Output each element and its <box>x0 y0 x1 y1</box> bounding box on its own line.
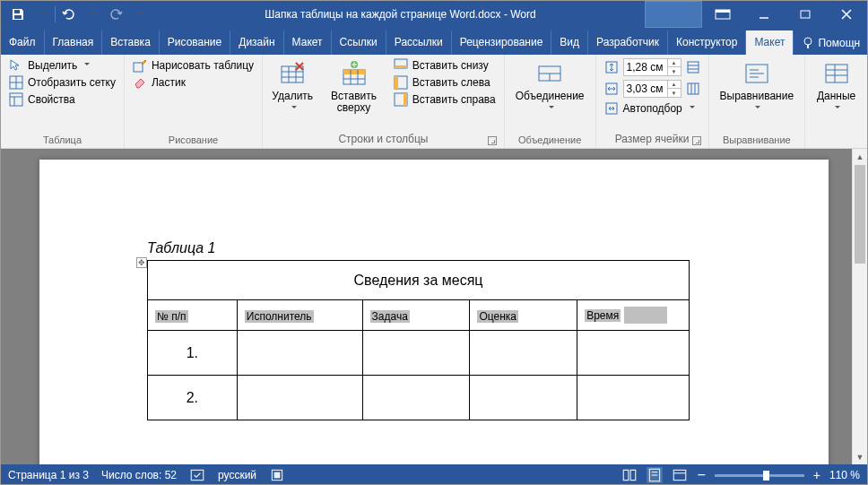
properties-button[interactable]: Свойства <box>6 91 118 108</box>
group-table-label: Таблица <box>6 133 118 148</box>
svg-rect-33 <box>404 93 407 106</box>
table-cell[interactable] <box>362 376 470 420</box>
col-header-3[interactable]: Оценка <box>477 310 518 323</box>
col-header-2[interactable]: Задача <box>370 310 410 323</box>
insert-right-button[interactable]: Вставить справа <box>391 91 499 108</box>
svg-rect-16 <box>134 63 143 72</box>
col-header-1[interactable]: Исполнитель <box>245 310 314 323</box>
tab-layout[interactable]: Макет <box>284 30 332 55</box>
scroll-down-arrow[interactable]: ▼ <box>853 449 867 464</box>
table-cell[interactable] <box>362 331 470 376</box>
row-2-num[interactable]: 2. <box>148 376 238 420</box>
word-count[interactable]: Число слов: 52 <box>101 469 177 481</box>
tab-view[interactable]: Вид <box>551 30 588 55</box>
view-gridlines-button[interactable]: Отобразить сетку <box>6 74 118 91</box>
col-header-4[interactable]: Время <box>585 309 621 322</box>
document-area[interactable]: Таблица 1 ✥ Сведения за месяц № п/п Испо… <box>1 149 867 464</box>
statusbar: Страница 1 из 3 Число слов: 52 русский −… <box>1 464 867 485</box>
zoom-slider[interactable] <box>715 474 804 477</box>
insert-above-button[interactable]: Вставить сверху <box>317 57 391 116</box>
document-title: Шапка таблицы на каждой странице Word.do… <box>156 8 645 21</box>
table-cell[interactable] <box>577 376 690 420</box>
page-number[interactable]: Страница 1 из 3 <box>8 469 89 481</box>
account-button[interactable] <box>645 1 702 28</box>
svg-rect-29 <box>395 65 407 68</box>
zoom-level[interactable]: 110 % <box>829 469 860 481</box>
ribbon-options-button[interactable] <box>702 1 743 28</box>
tab-review[interactable]: Рецензирование <box>452 30 552 55</box>
group-cell-size: ▲▼ ▲▼ Автоподбор Размер ячейки <box>596 55 709 148</box>
width-input[interactable]: ▲▼ <box>623 80 681 98</box>
draw-table-button[interactable]: Нарисовать таблицу <box>130 57 256 74</box>
tab-home[interactable]: Главная <box>45 30 103 55</box>
tell-me[interactable]: Помощн <box>794 31 868 55</box>
tab-references[interactable]: Ссылки <box>332 30 386 55</box>
col-header-0[interactable]: № п/п <box>155 310 188 323</box>
scroll-thumb[interactable] <box>855 165 865 264</box>
tab-mailings[interactable]: Рассылки <box>386 30 452 55</box>
undo-dropdown[interactable] <box>81 3 104 26</box>
distribute-cols-button[interactable] <box>686 82 700 96</box>
zoom-out-button[interactable]: − <box>697 471 705 480</box>
read-mode-button[interactable] <box>621 467 638 483</box>
tab-file[interactable]: Файл <box>1 30 45 55</box>
data-button[interactable]: Данные <box>811 57 862 116</box>
delete-button[interactable]: Удалить <box>268 57 317 116</box>
svg-rect-3 <box>716 10 730 13</box>
tab-developer[interactable]: Разработчик <box>588 30 668 55</box>
svg-rect-31 <box>395 76 398 89</box>
print-layout-button[interactable] <box>647 467 663 483</box>
table-move-handle[interactable]: ✥ <box>136 257 147 268</box>
rows-cols-dialog-launcher[interactable] <box>488 136 497 145</box>
table-cell[interactable] <box>470 331 577 376</box>
autofit-button[interactable]: Автоподбор <box>602 100 703 117</box>
save-dropdown[interactable] <box>30 3 53 26</box>
scroll-up-arrow[interactable]: ▲ <box>853 149 867 164</box>
table-caption[interactable]: Таблица 1 <box>147 240 721 256</box>
web-layout-button[interactable] <box>672 467 688 483</box>
close-button[interactable] <box>826 1 867 28</box>
qat-customize[interactable] <box>127 3 151 26</box>
redo-button[interactable] <box>104 3 127 26</box>
table-cell[interactable] <box>577 331 690 376</box>
group-data-label <box>811 143 862 148</box>
document-table[interactable]: Сведения за месяц № п/п Исполнитель Зада… <box>147 260 690 420</box>
minimize-button[interactable] <box>743 1 785 28</box>
svg-rect-50 <box>826 65 847 82</box>
table-cell[interactable] <box>237 331 362 376</box>
zoom-in-button[interactable]: + <box>813 468 820 482</box>
save-button[interactable] <box>6 3 30 26</box>
svg-rect-0 <box>14 10 20 13</box>
vertical-scrollbar[interactable]: ▲ ▼ <box>852 149 867 464</box>
macro-icon[interactable] <box>269 467 285 483</box>
merge-button[interactable]: Объединение <box>510 57 590 116</box>
tab-draw[interactable]: Рисование <box>160 30 230 55</box>
tab-insert[interactable]: Вставка <box>102 30 160 55</box>
undo-button[interactable] <box>57 3 81 26</box>
insert-below-button[interactable]: Вставить снизу <box>391 57 499 74</box>
spellcheck-icon[interactable] <box>189 467 205 483</box>
svg-rect-42 <box>688 83 699 94</box>
group-merge-label: Объединение <box>510 133 590 148</box>
ribbon-tabs: Файл Главная Вставка Рисование Дизайн Ма… <box>1 28 867 55</box>
language[interactable]: русский <box>218 469 256 481</box>
distribute-rows-button[interactable] <box>686 60 700 74</box>
eraser-button[interactable]: Ластик <box>130 74 256 91</box>
group-alignment-label: Выравнивание <box>715 133 800 148</box>
page: Таблица 1 ✥ Сведения за месяц № п/п Испо… <box>39 160 829 464</box>
table-cell[interactable] <box>237 376 362 420</box>
tab-table-design[interactable]: Конструктор <box>668 30 746 55</box>
table-title-cell[interactable]: Сведения за месяц <box>148 261 690 300</box>
tell-me-label: Помощн <box>818 37 860 49</box>
group-rows-columns-label: Строки и столбцы <box>268 131 499 148</box>
select-button[interactable]: Выделить <box>6 57 118 74</box>
tab-design[interactable]: Дизайн <box>230 30 283 55</box>
insert-left-button[interactable]: Вставить слева <box>391 74 499 91</box>
height-input[interactable]: ▲▼ <box>623 58 681 76</box>
tab-table-layout[interactable]: Макет <box>746 30 794 55</box>
table-cell[interactable] <box>470 376 577 420</box>
row-1-num[interactable]: 1. <box>148 331 238 376</box>
maximize-button[interactable] <box>785 1 826 28</box>
cellsize-dialog-launcher[interactable] <box>692 136 701 145</box>
alignment-button[interactable]: Выравнивание <box>715 57 800 116</box>
